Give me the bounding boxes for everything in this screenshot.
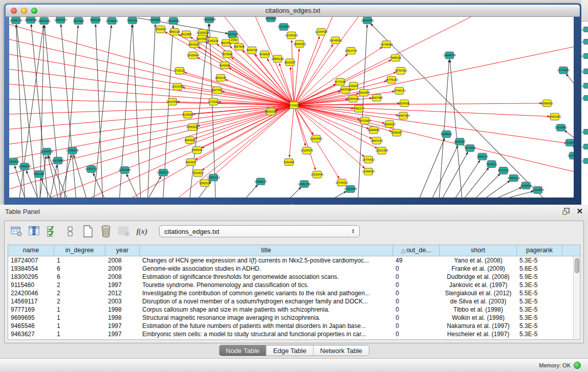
graph-edge (93, 173, 104, 198)
tab-network-table[interactable]: Network Table (314, 345, 369, 356)
graph-node-label: 16033809 (203, 18, 215, 21)
graph-edge (9, 25, 294, 105)
table-panel-header: Table Panel ✕ (0, 205, 588, 219)
graph-node-label: 14957904 (397, 114, 409, 117)
table-row[interactable]: 1872400712008Changes of HCN gene express… (8, 256, 580, 265)
show-columns-icon[interactable] (28, 225, 41, 238)
graph-node-label: 12213399 (171, 85, 184, 89)
float-panel-icon[interactable] (562, 207, 570, 215)
graph-node-label: 14854937 (383, 123, 396, 126)
cell-name: 9777169 (8, 305, 54, 314)
function-builder-icon[interactable]: f(x) (135, 225, 148, 238)
column-header-year[interactable]: year (105, 245, 140, 256)
background-graph-node: 12093852 (581, 83, 588, 89)
graph-node-label: 9875685 (222, 53, 232, 56)
graph-node-label: 2718126 (174, 69, 185, 72)
column-header-label: year (116, 247, 128, 254)
citation-network-graph[interactable]: 7963822886012889129542226053898275091654… (9, 17, 574, 198)
table-toolbar: f(x) citations_edges.txt ▲▼ (5, 221, 583, 242)
scrollbar-thumb[interactable] (575, 258, 579, 273)
graph-edge (335, 191, 346, 198)
table-row[interactable]: 977716911998Corpus callosum shape and si… (8, 305, 580, 314)
table-row[interactable]: 911546021997Tourette syndrome. Phenomeno… (8, 281, 580, 289)
graph-node-label: 6466160 (90, 18, 101, 21)
cell-in_degree: 2 (54, 289, 105, 297)
table-row[interactable]: 946362711997Embryonic stem cells: a mode… (8, 330, 580, 338)
cell-in_degree: 2 (54, 297, 105, 305)
table-row[interactable]: 1456911722003Disruption of a novel membe… (8, 297, 580, 305)
create-table-icon[interactable] (81, 225, 95, 238)
column-header-label: short (471, 247, 485, 254)
network-table-select[interactable]: citations_edges.txt ▲▼ (159, 225, 360, 237)
cell-out_de: 0 (393, 273, 440, 281)
cell-title: Corpus callosum shape and size in male p… (140, 305, 393, 314)
cell-short: Tibbo et al. (1998) (440, 305, 517, 314)
cell-year: 1998 (105, 305, 140, 314)
column-header-pagerank[interactable]: pagerank (517, 245, 562, 256)
table-row[interactable]: 946554611997Estimation of the future num… (8, 322, 580, 330)
graph-node-label: 14055724 (10, 19, 22, 22)
graph-node-label: 8096957 (391, 131, 402, 134)
graph-node-label: 9360312 (199, 182, 210, 185)
column-header-name[interactable]: name (8, 245, 54, 256)
column-header-label: pagerank (526, 247, 553, 254)
cell-pagerank: 5.3E-5 (517, 322, 562, 330)
window-titlebar[interactable]: citations_edges.txt (6, 5, 580, 17)
graph-edge (243, 51, 294, 105)
graph-edge (126, 174, 137, 198)
close-panel-icon[interactable]: ✕ (576, 207, 583, 215)
table-row[interactable]: 969969511998Structural magnetic resonanc… (8, 314, 580, 322)
graph-node-label: 18724007 (288, 104, 300, 107)
tab-node-table[interactable]: Node Table (219, 345, 267, 356)
graph-node-label: 8454749 (247, 49, 257, 52)
network-view-window[interactable]: citations_edges.txt 79638228860128891295… (4, 3, 581, 205)
cell-name: 22420046 (8, 289, 54, 297)
cell-name: 9115460 (8, 281, 54, 289)
row-height-icon[interactable] (63, 225, 77, 238)
graph-node-label: 18300295 (265, 110, 277, 113)
graph-node-label: 9154091 (399, 102, 409, 105)
graph-edge (294, 105, 378, 148)
graph-node-label: 13505135 (157, 171, 169, 174)
cell-title: Tourette syndrome. Phenomenology and cla… (140, 281, 393, 289)
graph-node-label: 19448766 (361, 19, 374, 22)
delete-table-icon[interactable] (99, 225, 113, 238)
table-body: 1872400712008Changes of HCN gene express… (8, 256, 580, 338)
graph-edge (566, 74, 574, 83)
graph-node-label: 11498424 (362, 170, 375, 173)
graph-edge (476, 174, 500, 198)
graph-node-label: 30975887 (52, 159, 64, 162)
table-row[interactable]: 1938455462009Genome-wide association stu… (8, 265, 580, 273)
table-row[interactable]: 2242004622012Investigating the contribut… (8, 289, 580, 297)
graph-node-label: 18807243 (371, 139, 383, 142)
vertical-scrollbar[interactable] (573, 256, 580, 339)
cell-title: Disruption of a novel member of a sodium… (140, 297, 393, 305)
graph-node-label: 16543392 (188, 43, 200, 46)
cell-title: Estimation of the future numbers of pati… (140, 322, 393, 330)
select-mode-icon[interactable] (46, 225, 59, 238)
graph-node-label: 10653267 (54, 18, 67, 21)
cell-out_de: 0 (393, 281, 440, 289)
table-row[interactable]: 1830029562008Estimation of significance … (8, 273, 580, 281)
graph-node-label: 8186328 (207, 39, 218, 42)
graph-node-label: 17016504 (564, 141, 574, 144)
graph-node-label: 22420046 (187, 54, 199, 57)
tab-edge-table[interactable]: Edge Table (267, 345, 314, 356)
background-graph-node: 12444136 (581, 95, 588, 101)
graph-node-label: 19346466 (25, 18, 37, 21)
cell-year: 1997 (105, 330, 140, 338)
column-header-out_de[interactable]: △out_de... (393, 245, 440, 256)
column-header-short[interactable]: short (440, 245, 517, 256)
network-canvas[interactable]: 7963822886012889129542226053898275091654… (9, 17, 574, 198)
graph-node-label: 7632621 (486, 163, 497, 166)
graph-edge (432, 146, 458, 198)
column-header-title[interactable]: title (140, 245, 393, 256)
cell-pagerank: 5.3E-5 (517, 305, 562, 314)
graph-node-label: 746266 (349, 84, 358, 87)
table-options-icon[interactable] (10, 225, 23, 238)
memory-status-icon[interactable] (574, 362, 581, 369)
column-header-in_degree[interactable]: in_degree (54, 245, 105, 256)
status-bar: Memory: OK (0, 358, 588, 372)
cell-title: Estimation of significance thresholds fo… (140, 273, 393, 281)
graph-edge (294, 105, 550, 117)
